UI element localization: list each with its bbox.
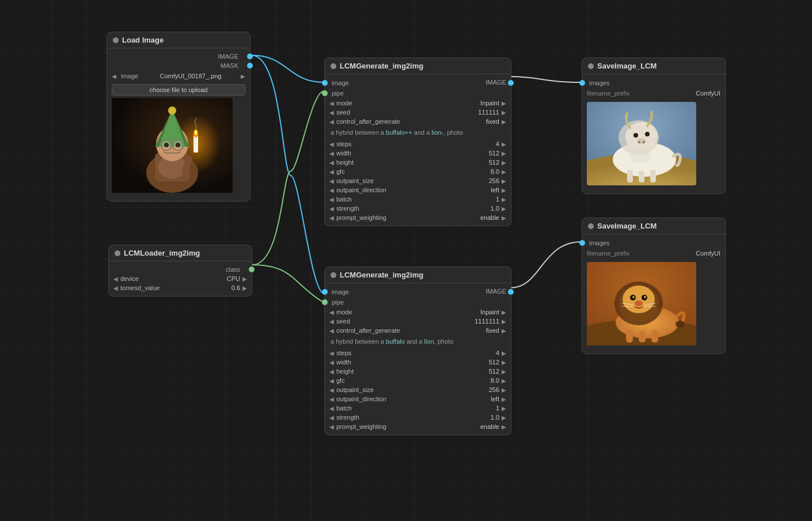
svg-point-20 <box>195 130 197 135</box>
prompt-weight-right-2[interactable]: ▶ <box>502 424 506 430</box>
save-image-2-node: SaveImage_LCM images filename_prefix Com… <box>582 218 726 354</box>
prompt-weight-left-1[interactable]: ◀ <box>329 215 334 221</box>
mask-out-dot[interactable] <box>247 63 253 69</box>
gfc-right-1[interactable]: ▶ <box>502 169 506 175</box>
control-left-2[interactable]: ◀ <box>329 328 334 334</box>
load-image-node: Load Image IMAGE MASK ◀ image ComfyUI_00… <box>107 32 251 201</box>
width-right-2[interactable]: ▶ <box>502 359 506 366</box>
pipe-port-row-2: pipe <box>325 297 511 307</box>
gfc-value-1: 8.0 <box>491 168 499 175</box>
width-left-2[interactable]: ◀ <box>329 359 334 366</box>
steps-right-1[interactable]: ▶ <box>502 141 506 147</box>
height-left-2[interactable]: ◀ <box>329 368 334 375</box>
control-label-2: control_after_generate <box>336 327 484 334</box>
image-out-dot[interactable] <box>247 54 253 59</box>
prompt-weight-left-2[interactable]: ◀ <box>329 424 334 430</box>
gfc-left-1[interactable]: ◀ <box>329 169 334 175</box>
image-out-label-1: IMAGE <box>486 79 506 86</box>
svg-rect-34 <box>650 170 656 182</box>
image-in-dot-1[interactable] <box>322 80 328 86</box>
svg-point-9 <box>168 107 176 115</box>
strength-left-1[interactable]: ◀ <box>329 206 334 212</box>
image-out-dot-1[interactable] <box>508 80 514 86</box>
load-image-title: Load Image <box>122 36 164 44</box>
strength-right-2[interactable]: ▶ <box>502 414 506 421</box>
control-left-1[interactable]: ◀ <box>329 119 334 125</box>
mode-left-1[interactable]: ◀ <box>329 100 334 107</box>
outpaint-size-label-1: outpaint_size <box>336 177 487 184</box>
control-right-1[interactable]: ▶ <box>502 119 506 125</box>
strength-label-2: strength <box>336 414 488 421</box>
width-right-1[interactable]: ▶ <box>502 150 506 157</box>
control-value-1: fixed <box>486 118 499 125</box>
prompt-weight-right-1[interactable]: ▶ <box>502 215 506 221</box>
image-out-dot-2[interactable] <box>508 289 514 295</box>
steps-right-2[interactable]: ▶ <box>502 350 506 356</box>
batch-left-2[interactable]: ◀ <box>329 405 334 412</box>
gfc-left-2[interactable]: ◀ <box>329 378 334 384</box>
svg-rect-32 <box>627 170 633 182</box>
seed-left-1[interactable]: ◀ <box>329 109 334 116</box>
svg-point-27 <box>633 133 638 138</box>
tomesd-left-arrow[interactable]: ◀ <box>113 285 118 291</box>
class-out-dot[interactable] <box>249 267 255 272</box>
save-2-status-dot <box>588 223 594 229</box>
save-1-output-image <box>587 102 696 185</box>
batch-right-1[interactable]: ▶ <box>502 196 506 203</box>
svg-point-31 <box>643 141 645 143</box>
lcm-gen-2-header: LCMGenerate_img2img <box>325 267 511 283</box>
mode-right-2[interactable]: ▶ <box>502 309 506 315</box>
mode-right-1[interactable]: ▶ <box>502 100 506 107</box>
upload-button[interactable]: choose file to upload <box>112 84 245 96</box>
outpaint-size-right-2[interactable]: ▶ <box>502 387 506 393</box>
height-left-1[interactable]: ◀ <box>329 159 334 166</box>
image-in-dot-2[interactable] <box>322 289 328 295</box>
outpaint-size-right-1[interactable]: ▶ <box>502 178 506 184</box>
steps-left-2[interactable]: ◀ <box>329 350 334 356</box>
svg-rect-52 <box>626 330 633 343</box>
seed-right-1[interactable]: ▶ <box>502 109 506 116</box>
batch-left-1[interactable]: ◀ <box>329 196 334 203</box>
gfc-label-1: gfc <box>336 168 488 175</box>
svg-point-30 <box>638 141 640 143</box>
lcm-loader-node: LCMLoader_img2img class ◀ device CPU ▶ ◀… <box>108 245 252 296</box>
control-field-2: ◀ control_after_generate fixed ▶ <box>325 326 511 335</box>
image-left-arrow[interactable]: ◀ <box>112 73 116 79</box>
steps-left-1[interactable]: ◀ <box>329 141 334 147</box>
seed-right-2[interactable]: ▶ <box>502 318 506 325</box>
pipe-in-dot-2[interactable] <box>322 299 328 305</box>
device-right-arrow[interactable]: ▶ <box>242 276 247 282</box>
batch-label-2: batch <box>336 405 494 412</box>
strength-field-2: ◀ strength 1.0 ▶ <box>325 413 511 422</box>
tomesd-right-arrow[interactable]: ▶ <box>242 285 247 291</box>
lcm-gen-1-header: LCMGenerate_img2img <box>325 58 511 74</box>
device-left-arrow[interactable]: ◀ <box>113 276 118 282</box>
lcm-gen-2-body: image IMAGE pipe ◀ mode Inpaint ▶ ◀ seed… <box>325 283 511 435</box>
outpaint-dir-right-1[interactable]: ▶ <box>502 187 506 193</box>
batch-right-2[interactable]: ▶ <box>502 405 506 412</box>
image-filename: ComfyUI_00187_.png <box>143 73 238 79</box>
images-in-dot-1[interactable] <box>579 80 585 86</box>
strength-left-2[interactable]: ◀ <box>329 414 334 421</box>
seed-field-1: ◀ seed 111111 ▶ <box>325 108 511 117</box>
control-right-2[interactable]: ▶ <box>502 328 506 334</box>
height-right-1[interactable]: ▶ <box>502 159 506 166</box>
strength-field-1: ◀ strength 1.0 ▶ <box>325 204 511 213</box>
outpaint-size-left-1[interactable]: ◀ <box>329 178 334 184</box>
strength-right-1[interactable]: ▶ <box>502 206 506 212</box>
outpaint-dir-right-2[interactable]: ▶ <box>502 396 506 402</box>
outpaint-size-left-2[interactable]: ◀ <box>329 387 334 393</box>
height-right-2[interactable]: ▶ <box>502 368 506 375</box>
outpaint-dir-left-2[interactable]: ◀ <box>329 396 334 402</box>
tomesd-value: 0.6 <box>232 284 240 291</box>
seed-left-2[interactable]: ◀ <box>329 318 334 325</box>
images-in-dot-2[interactable] <box>579 240 585 246</box>
lcm-gen-2-status-dot <box>331 272 336 278</box>
gfc-right-2[interactable]: ▶ <box>502 378 506 384</box>
outpaint-dir-left-1[interactable]: ◀ <box>329 187 334 193</box>
width-left-1[interactable]: ◀ <box>329 150 334 157</box>
pipe-in-dot-1[interactable] <box>322 90 328 96</box>
outpaint-dir-label-2: outpaint_direction <box>336 395 488 402</box>
mode-left-2[interactable]: ◀ <box>329 309 334 315</box>
image-right-arrow[interactable]: ▶ <box>241 73 245 79</box>
